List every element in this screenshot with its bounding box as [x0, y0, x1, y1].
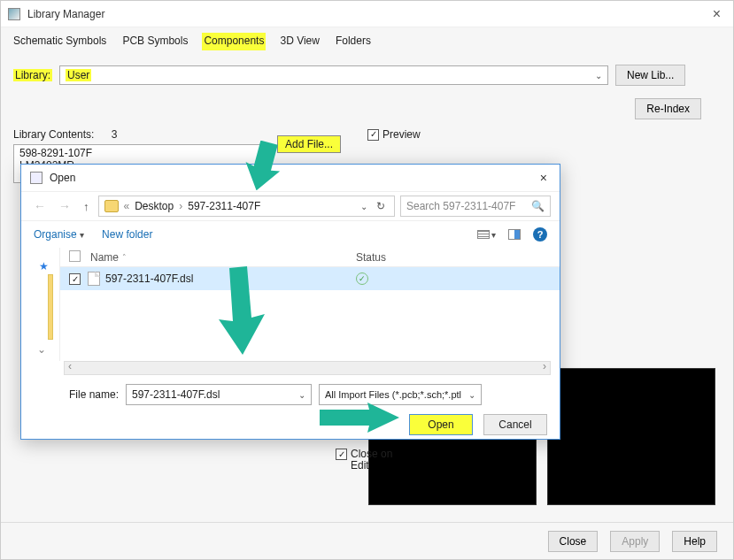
chevron-down-icon[interactable]: ⌄: [360, 202, 367, 211]
tab-pcb-symbols[interactable]: PCB Symbols: [120, 33, 189, 50]
tab-schematic-symbols[interactable]: Schematic Symbols: [12, 33, 108, 50]
app-icon: [8, 8, 20, 20]
library-manager-window: Library Manager × Schematic Symbols PCB …: [0, 0, 734, 560]
refresh-icon[interactable]: ↻: [373, 200, 389, 212]
close-on-edit-option[interactable]: ✓ Close onEdit: [336, 449, 392, 472]
preview-pane-toggle[interactable]: [508, 229, 521, 240]
library-value: User: [66, 69, 91, 81]
nav-tree[interactable]: ★ ⌄: [21, 248, 60, 361]
search-icon: 🔍: [531, 200, 545, 212]
dialog-title: Open: [50, 172, 537, 184]
chevron-down-icon: ⌄: [468, 390, 475, 400]
breadcrumb-item[interactable]: 597-2311-407F: [188, 200, 260, 212]
nav-forward-icon[interactable]: →: [55, 199, 74, 213]
tab-components[interactable]: Components: [202, 33, 266, 50]
file-icon: [88, 272, 100, 286]
help-icon[interactable]: ?: [533, 227, 547, 242]
close-on-edit-label: Close onEdit: [351, 449, 392, 472]
nav-up-icon[interactable]: ↑: [80, 200, 93, 213]
select-all-checkbox[interactable]: [69, 250, 81, 262]
apply-button[interactable]: Apply: [610, 531, 660, 552]
chevron-down-icon: ⌄: [298, 390, 305, 400]
file-checkbox[interactable]: ✓: [69, 273, 81, 285]
file-name-label: File name:: [34, 388, 119, 401]
search-input[interactable]: Search 597-2311-407F 🔍: [400, 196, 551, 217]
library-combo[interactable]: User ⌄: [59, 65, 608, 85]
column-name[interactable]: Name ˄: [90, 251, 356, 264]
preview-label: Preview: [382, 128, 421, 141]
folder-tree-thumb: [48, 274, 53, 340]
open-button[interactable]: Open: [409, 414, 473, 435]
dialog-toolbar: Organise ▾ New folder ▾ ?: [21, 221, 560, 248]
close-on-edit-checkbox[interactable]: ✓: [336, 449, 347, 460]
chevron-down-icon[interactable]: ⌄: [37, 343, 46, 356]
help-button[interactable]: Help: [672, 531, 717, 552]
search-placeholder: Search 597-2311-407F: [406, 200, 515, 212]
file-type-filter[interactable]: All Import Files (*.pcb;*.sch;*.ptl ⌄: [319, 384, 482, 405]
preview-pane-2: [547, 368, 715, 505]
dialog-titlebar: Open ×: [21, 165, 560, 191]
preview-checkbox[interactable]: ✓: [367, 129, 379, 141]
column-headers: Name ˄ Status: [60, 248, 560, 267]
library-contents-count: 3: [112, 128, 118, 141]
new-folder-button[interactable]: New folder: [102, 228, 152, 241]
view-options-button[interactable]: ▾: [477, 230, 496, 240]
nav-back-icon[interactable]: ←: [30, 199, 50, 213]
chevron-right-icon: «: [124, 200, 130, 212]
file-list: Name ˄ Status ✓ 597-2311-407F.dsl ✓: [60, 248, 560, 361]
breadcrumb-item[interactable]: Desktop: [135, 200, 174, 212]
organise-menu[interactable]: Organise ▾: [34, 228, 84, 241]
footer-bar: Close Apply Help: [1, 522, 733, 559]
quick-access-icon[interactable]: ★: [39, 260, 49, 272]
cancel-button[interactable]: Cancel: [483, 414, 547, 435]
breadcrumb[interactable]: « Desktop › 597-2311-407F ⌄ ↻: [98, 196, 396, 217]
dialog-close-icon[interactable]: ×: [537, 171, 551, 185]
file-name: 597-2311-407F.dsl: [105, 272, 356, 285]
file-name-input[interactable]: 597-2311-407F.dsl ⌄: [126, 384, 312, 405]
new-lib-button[interactable]: New Lib...: [615, 65, 685, 86]
open-dialog: Open × ← → ↑ « Desktop › 597-2311-407F ⌄…: [20, 164, 560, 440]
close-button[interactable]: Close: [548, 531, 599, 552]
library-contents-label: Library Contents:: [13, 128, 94, 141]
add-file-button[interactable]: Add File...: [277, 135, 341, 153]
window-title: Library Manager: [27, 8, 707, 20]
folder-icon: [104, 200, 119, 212]
chevron-right-icon: ›: [179, 200, 182, 212]
status-ok-icon: ✓: [356, 272, 368, 285]
re-index-button[interactable]: Re-Index: [635, 98, 701, 119]
folder-icon: [30, 172, 42, 184]
list-item[interactable]: 598-8291-107F: [19, 147, 264, 159]
chevron-down-icon: ⌄: [595, 71, 602, 81]
file-row[interactable]: ✓ 597-2311-407F.dsl ✓: [60, 267, 560, 290]
titlebar: Library Manager ×: [1, 1, 733, 27]
tab-3d-view[interactable]: 3D View: [278, 33, 321, 50]
chevron-down-icon: ▾: [80, 230, 84, 240]
dialog-nav-bar: ← → ↑ « Desktop › 597-2311-407F ⌄ ↻ Sear…: [21, 191, 560, 221]
tab-folders[interactable]: Folders: [334, 33, 373, 50]
horizontal-scrollbar[interactable]: [64, 361, 551, 375]
tab-bar: Schematic Symbols PCB Symbols Components…: [1, 27, 733, 50]
column-status[interactable]: Status: [356, 251, 551, 264]
library-label: Library:: [13, 69, 52, 81]
close-icon[interactable]: ×: [707, 6, 726, 22]
